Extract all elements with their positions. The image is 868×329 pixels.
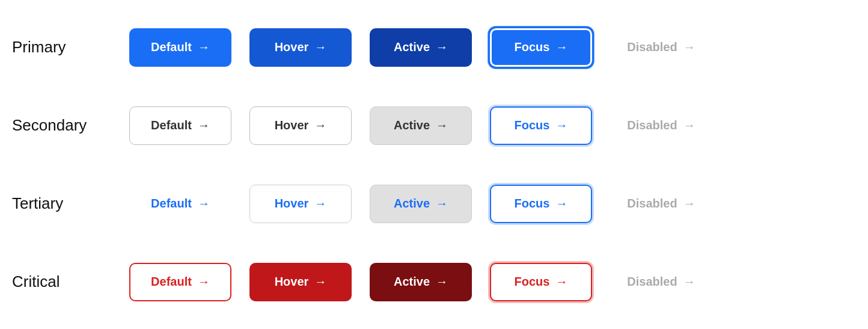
cell-primary-active: Active→ bbox=[361, 28, 481, 67]
btn-critical-hover[interactable]: Hover→ bbox=[249, 263, 352, 301]
btn-secondary-disabled: Disabled→ bbox=[610, 106, 712, 145]
arrow-icon: → bbox=[555, 118, 567, 132]
arrow-icon: → bbox=[198, 275, 210, 289]
btn-label-primary-disabled: Disabled bbox=[627, 40, 677, 54]
btn-critical-focus[interactable]: Focus→ bbox=[490, 263, 592, 301]
btn-critical-disabled: Disabled→ bbox=[610, 263, 712, 301]
btn-label-tertiary-focus: Focus bbox=[515, 197, 550, 211]
arrow-icon: → bbox=[436, 275, 448, 289]
cell-tertiary-focus: Focus→ bbox=[481, 185, 601, 223]
btn-primary-disabled: Disabled→ bbox=[610, 28, 712, 67]
arrow-icon: → bbox=[198, 118, 210, 132]
btn-label-secondary-focus: Focus bbox=[515, 118, 550, 132]
btn-tertiary-hover[interactable]: Hover→ bbox=[249, 185, 352, 223]
btn-label-primary-default: Default bbox=[151, 40, 192, 54]
btn-label-secondary-active: Active bbox=[394, 118, 430, 132]
btn-tertiary-focus[interactable]: Focus→ bbox=[490, 185, 592, 223]
arrow-icon: → bbox=[555, 40, 567, 54]
btn-label-secondary-disabled: Disabled bbox=[627, 118, 677, 132]
arrow-icon: → bbox=[683, 275, 695, 289]
btn-label-critical-active: Active bbox=[394, 275, 430, 289]
btn-secondary-hover[interactable]: Hover→ bbox=[249, 106, 352, 145]
btn-secondary-focus[interactable]: Focus→ bbox=[490, 106, 592, 145]
arrow-icon: → bbox=[198, 40, 210, 54]
btn-label-secondary-hover: Hover bbox=[275, 118, 309, 132]
cell-secondary-hover: Hover→ bbox=[240, 106, 361, 145]
cell-tertiary-active: Active→ bbox=[361, 185, 481, 223]
btn-primary-default[interactable]: Default→ bbox=[129, 28, 231, 67]
btn-tertiary-default[interactable]: Default→ bbox=[129, 185, 231, 223]
btn-label-tertiary-default: Default bbox=[151, 197, 192, 211]
cell-critical-hover: Hover→ bbox=[240, 263, 361, 301]
btn-critical-default[interactable]: Default→ bbox=[129, 263, 231, 301]
cell-secondary-default: Default→ bbox=[120, 106, 240, 145]
cell-tertiary-hover: Hover→ bbox=[240, 185, 361, 223]
row-label-secondary: Secondary bbox=[12, 116, 120, 135]
row-label-tertiary: Tertiary bbox=[12, 194, 120, 213]
btn-label-primary-hover: Hover bbox=[275, 40, 309, 54]
cell-secondary-disabled: Disabled→ bbox=[601, 106, 721, 145]
btn-label-secondary-default: Default bbox=[151, 118, 192, 132]
arrow-icon: → bbox=[314, 197, 326, 211]
arrow-icon: → bbox=[314, 40, 326, 54]
btn-label-tertiary-disabled: Disabled bbox=[627, 197, 677, 211]
btn-label-primary-active: Active bbox=[394, 40, 430, 54]
arrow-icon: → bbox=[683, 118, 695, 132]
arrow-icon: → bbox=[683, 40, 695, 54]
arrow-icon: → bbox=[314, 275, 326, 289]
btn-secondary-default[interactable]: Default→ bbox=[129, 106, 231, 145]
button-states-grid: PrimaryDefault→Hover→Active→Focus→Disabl… bbox=[0, 2, 868, 327]
cell-critical-focus: Focus→ bbox=[481, 263, 601, 301]
btn-tertiary-disabled: Disabled→ bbox=[610, 185, 712, 223]
btn-label-primary-focus: Focus bbox=[515, 40, 550, 54]
cell-primary-hover: Hover→ bbox=[240, 28, 361, 67]
cell-tertiary-disabled: Disabled→ bbox=[601, 185, 721, 223]
btn-secondary-active[interactable]: Active→ bbox=[370, 106, 472, 145]
arrow-icon: → bbox=[555, 275, 567, 289]
arrow-icon: → bbox=[683, 197, 695, 211]
btn-label-tertiary-active: Active bbox=[394, 197, 430, 211]
cell-secondary-active: Active→ bbox=[361, 106, 481, 145]
arrow-icon: → bbox=[436, 197, 448, 211]
btn-label-critical-disabled: Disabled bbox=[627, 275, 677, 289]
arrow-icon: → bbox=[436, 40, 448, 54]
cell-primary-focus: Focus→ bbox=[481, 28, 601, 67]
cell-primary-default: Default→ bbox=[120, 28, 240, 67]
btn-primary-active[interactable]: Active→ bbox=[370, 28, 472, 67]
btn-label-critical-focus: Focus bbox=[515, 275, 550, 289]
btn-label-critical-default: Default bbox=[151, 275, 192, 289]
cell-critical-active: Active→ bbox=[361, 263, 481, 301]
cell-tertiary-default: Default→ bbox=[120, 185, 240, 223]
btn-label-critical-hover: Hover bbox=[275, 275, 309, 289]
btn-critical-active[interactable]: Active→ bbox=[370, 263, 472, 301]
arrow-icon: → bbox=[436, 118, 448, 132]
arrow-icon: → bbox=[314, 118, 326, 132]
btn-primary-hover[interactable]: Hover→ bbox=[249, 28, 352, 67]
arrow-icon: → bbox=[555, 197, 567, 211]
btn-label-tertiary-hover: Hover bbox=[275, 197, 309, 211]
arrow-icon: → bbox=[198, 197, 210, 211]
cell-primary-disabled: Disabled→ bbox=[601, 28, 721, 67]
row-label-critical: Critical bbox=[12, 272, 120, 291]
cell-critical-default: Default→ bbox=[120, 263, 240, 301]
btn-primary-focus[interactable]: Focus→ bbox=[490, 28, 592, 67]
row-label-primary: Primary bbox=[12, 38, 120, 57]
cell-critical-disabled: Disabled→ bbox=[601, 263, 721, 301]
cell-secondary-focus: Focus→ bbox=[481, 106, 601, 145]
btn-tertiary-active[interactable]: Active→ bbox=[370, 185, 472, 223]
